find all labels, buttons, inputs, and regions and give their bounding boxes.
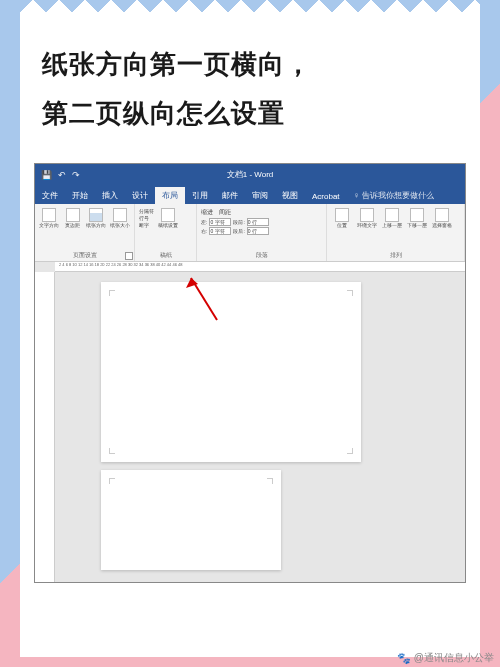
- ribbon: 文字方向 页边距 纸张方向 纸张大小 页面设置 分隔符 行号 断字 稿纸设置: [35, 204, 465, 262]
- position-button[interactable]: 位置: [331, 208, 353, 228]
- watermark: 🐾 @通讯信息小公举: [397, 651, 494, 665]
- paw-icon: 🐾: [397, 652, 411, 665]
- horizontal-ruler[interactable]: 2 4 6 8 10 12 14 16 18 20 22 24 26 28 30…: [55, 262, 465, 272]
- redo-icon[interactable]: ↷: [72, 170, 80, 180]
- group-paragraph: 缩进 间距 左:0 字符 段前:0 行 右:0 字符 段后:0 行 段落: [197, 204, 327, 261]
- tab-review[interactable]: 审阅: [245, 187, 275, 204]
- manuscript-settings-button[interactable]: 稿纸设置: [157, 208, 179, 228]
- tab-layout[interactable]: 布局: [155, 187, 185, 204]
- wrap-text-button[interactable]: 环绕文字: [356, 208, 378, 228]
- send-backward-button[interactable]: 下移一层: [406, 208, 428, 228]
- hyphenation-button[interactable]: 断字: [139, 222, 154, 228]
- tab-home[interactable]: 开始: [65, 187, 95, 204]
- indent-label: 缩进: [201, 208, 213, 217]
- undo-icon[interactable]: ↶: [58, 170, 66, 180]
- tell-me-search[interactable]: ♀ 告诉我你想要做什么: [347, 187, 441, 204]
- selection-pane-button[interactable]: 选择窗格: [431, 208, 453, 228]
- bring-forward-button[interactable]: 上移一层: [381, 208, 403, 228]
- line-numbers-button[interactable]: 行号: [139, 215, 154, 221]
- spacing-after-input[interactable]: 0 行: [247, 227, 269, 235]
- spacing-before-input[interactable]: 0 行: [247, 218, 269, 226]
- indent-right-input[interactable]: 0 字符: [209, 227, 231, 235]
- margins-button[interactable]: 页边距: [63, 208, 84, 228]
- word-titlebar: 💾 ↶ ↷ 文档1 - Word: [35, 164, 465, 186]
- group-label-page-setup: 页面设置: [39, 251, 130, 261]
- text-direction-button[interactable]: 文字方向: [39, 208, 60, 228]
- spacing-label: 间距: [219, 208, 231, 217]
- group-arrange: 位置 环绕文字 上移一层 下移一层 选择窗格 排列: [327, 204, 465, 261]
- tab-acrobat[interactable]: Acrobat: [305, 189, 347, 204]
- group-label-manuscript: 稿纸: [139, 251, 192, 261]
- tab-file[interactable]: 文件: [35, 187, 65, 204]
- group-page-setup: 文字方向 页边距 纸张方向 纸张大小 页面设置: [35, 204, 135, 261]
- tab-view[interactable]: 视图: [275, 187, 305, 204]
- document-title: 文档1 - Word: [227, 169, 274, 180]
- tab-references[interactable]: 引用: [185, 187, 215, 204]
- indent-left-input[interactable]: 0 字符: [209, 218, 231, 226]
- page-setup-dialog-launcher[interactable]: [125, 252, 133, 260]
- size-button[interactable]: 纸张大小: [110, 208, 131, 228]
- article-title: 纸张方向第一页横向， 第二页纵向怎么设置: [34, 18, 466, 157]
- page-2-portrait[interactable]: [101, 470, 281, 570]
- orientation-button[interactable]: 纸张方向: [86, 208, 107, 228]
- title-line1: 纸张方向第一页横向，: [42, 40, 458, 89]
- tab-design[interactable]: 设计: [125, 187, 155, 204]
- word-screenshot: 💾 ↶ ↷ 文档1 - Word 文件 开始 插入 设计 布局 引用 邮件 审阅…: [34, 163, 466, 583]
- vertical-ruler[interactable]: [35, 272, 55, 582]
- ribbon-tabs: 文件 开始 插入 设计 布局 引用 邮件 审阅 视图 Acrobat ♀ 告诉我…: [35, 186, 465, 204]
- group-manuscript: 分隔符 行号 断字 稿纸设置 稿纸: [135, 204, 197, 261]
- breaks-button[interactable]: 分隔符: [139, 208, 154, 214]
- tab-insert[interactable]: 插入: [95, 187, 125, 204]
- tab-mailings[interactable]: 邮件: [215, 187, 245, 204]
- group-label-paragraph: 段落: [201, 251, 322, 261]
- page-1-landscape[interactable]: [101, 282, 361, 462]
- group-label-arrange: 排列: [331, 251, 460, 261]
- title-line2: 第二页纵向怎么设置: [42, 89, 458, 138]
- document-workspace: [35, 272, 465, 582]
- watermark-text: @通讯信息小公举: [414, 651, 494, 665]
- save-icon[interactable]: 💾: [41, 170, 52, 180]
